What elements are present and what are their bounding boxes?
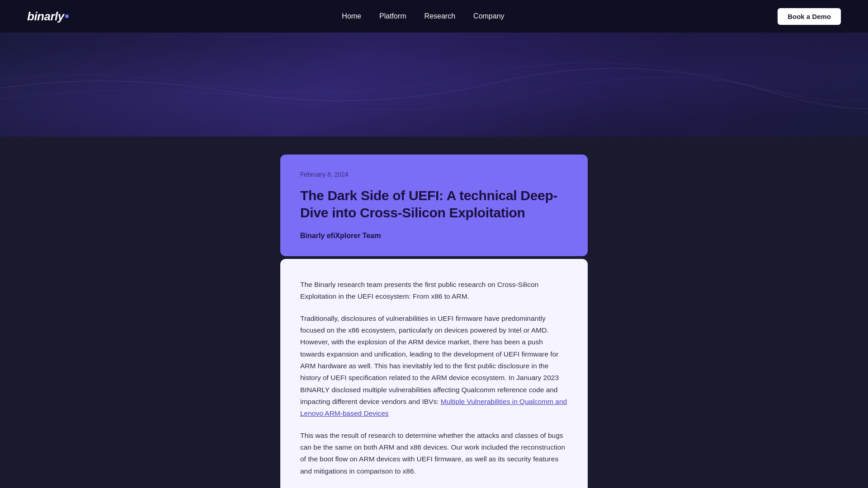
logo-dot bbox=[65, 14, 69, 18]
nav-item-company[interactable]: Company bbox=[473, 12, 504, 20]
main-content: February 8, 2024 The Dark Side of UEFI: … bbox=[0, 136, 868, 488]
article-paragraph-2: Traditionally, disclosures of vulnerabil… bbox=[300, 313, 568, 420]
nav-item-platform[interactable]: Platform bbox=[379, 12, 406, 20]
nav-link-research[interactable]: Research bbox=[425, 12, 455, 20]
article-header-card: February 8, 2024 The Dark Side of UEFI: … bbox=[280, 155, 588, 256]
nav-links: Home Platform Research Company bbox=[342, 12, 504, 20]
nav-link-company[interactable]: Company bbox=[473, 12, 504, 20]
hero-decoration bbox=[0, 33, 868, 136]
article-paragraph-3: This was the result of research to deter… bbox=[300, 430, 568, 477]
nav-item-home[interactable]: Home bbox=[342, 12, 361, 20]
nav-link-platform[interactable]: Platform bbox=[379, 12, 406, 20]
article-paragraph-1: The Binarly research team presents the f… bbox=[300, 279, 568, 303]
nav-item-research[interactable]: Research bbox=[425, 12, 455, 20]
article-title: The Dark Side of UEFI: A technical Deep-… bbox=[300, 187, 568, 221]
article-paragraph-2-text: Traditionally, disclosures of vulnerabil… bbox=[300, 314, 559, 405]
content-wrapper: February 8, 2024 The Dark Side of UEFI: … bbox=[271, 155, 597, 488]
nav-link-home[interactable]: Home bbox=[342, 12, 361, 20]
navbar: binarly Home Platform Research Company B… bbox=[0, 0, 868, 33]
logo-text: binarly bbox=[27, 9, 64, 23]
article-author: Binarly efiXplorer Team bbox=[300, 232, 568, 240]
article-body-card: The Binarly research team presents the f… bbox=[280, 259, 588, 488]
logo[interactable]: binarly bbox=[27, 9, 69, 23]
article-date: February 8, 2024 bbox=[300, 171, 568, 178]
book-demo-button[interactable]: Book a Demo bbox=[778, 8, 841, 25]
hero-section bbox=[0, 33, 868, 136]
